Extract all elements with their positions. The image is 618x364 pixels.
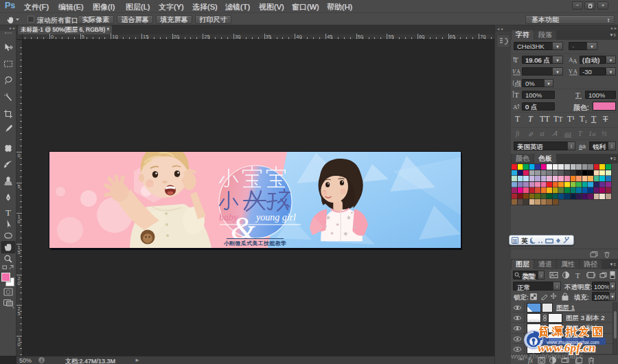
svg-text:young girl: young girl	[255, 212, 296, 223]
svg-text:T: T	[5, 207, 11, 218]
svg-text:A: A	[513, 104, 518, 111]
svg-text:T: T	[514, 91, 519, 99]
svg-text:T: T	[514, 56, 518, 64]
svg-text:T: T	[575, 271, 580, 280]
svg-text:A: A	[573, 69, 577, 75]
svg-text:A: A	[573, 58, 577, 64]
svg-text:T: T	[575, 91, 580, 99]
svg-text:A: A	[516, 69, 520, 75]
svg-text:V: V	[569, 69, 573, 75]
